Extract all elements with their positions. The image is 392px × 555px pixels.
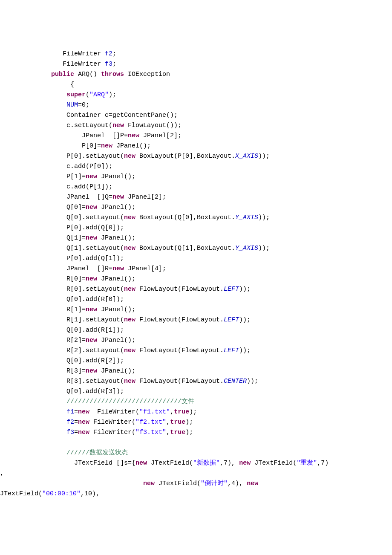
code-line: JTextField("00:00:10",10), — [0, 489, 392, 499]
code-line: R[0]=new JPanel(); — [51, 275, 135, 283]
code-line: JTextField []s={new JTextField("新数据",7),… — [51, 460, 329, 467]
code-line: Q[0].setLayout(new BoxLayout(Q[0],BoxLay… — [51, 214, 270, 221]
code-line: R[0].setLayout(new FlowLayout(FlowLayout… — [51, 286, 251, 293]
code-line: public ARQ() throws IOException — [51, 71, 170, 78]
code-line: Q[1]=new JPanel(); — [51, 234, 135, 242]
code-line: c.add(P[1]); — [51, 183, 112, 191]
code-line: { — [51, 81, 74, 88]
code-line: JPanel []R=new JPanel[4]; — [51, 265, 166, 272]
code-line: JPanel []Q=new JPanel[2]; — [51, 194, 166, 201]
code-line: new JTextField("倒计时",4), new — [51, 479, 392, 489]
code-line: R[2]=new JPanel(); — [51, 337, 135, 344]
code-line: Q[0].add(R[1]); — [51, 327, 124, 334]
code-line: Q[0].add(R[3]); — [51, 388, 124, 395]
code-line: R[3]=new JPanel(); — [51, 367, 135, 375]
code-line: FileWriter f2; — [51, 50, 116, 58]
code-line: f2=new FileWriter("f2.txt",true); — [51, 419, 193, 426]
code-line: //////////////////////////////文件 — [51, 398, 194, 405]
code-line: Q[0].add(R[2]); — [51, 357, 124, 364]
code-line: f1=new FileWriter("f1.txt",true); — [51, 408, 197, 416]
code-block: FileWriter f2; FileWriter f3; public ARQ… — [51, 49, 392, 468]
code-line: c.setLayout(new FlowLayout()); — [51, 122, 182, 129]
code-line: Q[1].setLayout(new BoxLayout(Q[1],BoxLay… — [51, 245, 270, 252]
code-line: NUM=0; — [51, 101, 89, 109]
code-line: P[0]=new JPanel(); — [51, 142, 151, 150]
code-line: super("ARQ"); — [51, 91, 116, 98]
code-line: R[1].setLayout(new FlowLayout(FlowLayout… — [51, 316, 251, 324]
code-line: Q[0]=new JPanel(); — [51, 204, 135, 211]
code-line: FileWriter f3; — [51, 61, 116, 68]
code-line: R[3].setLayout(new FlowLayout(FlowLayout… — [51, 378, 258, 385]
code-line: c.add(P[0]); — [51, 163, 112, 170]
code-page: FileWriter f2; FileWriter f3; public ARQ… — [0, 0, 392, 555]
code-line: R[1]=new JPanel(); — [51, 306, 135, 313]
code-line: P[0].add(Q[1]); — [51, 255, 124, 262]
code-line: Q[0].add(R[0]); — [51, 296, 124, 303]
code-line: Container c=getContentPane(); — [51, 112, 178, 119]
code-line: , — [0, 468, 392, 479]
code-line: P[1]=new JPanel(); — [51, 173, 135, 180]
code-line: JPanel []P=new JPanel[2]; — [51, 132, 182, 139]
code-line: R[2].setLayout(new FlowLayout(FlowLayout… — [51, 347, 251, 354]
code-line: //////数据发送状态 — [51, 449, 128, 457]
code-line: P[0].add(Q[0]); — [51, 224, 124, 231]
code-line: f3=new FileWriter("f3.txt",true); — [51, 429, 193, 436]
code-line: P[0].setLayout(new BoxLayout(P[0],BoxLay… — [51, 153, 270, 160]
